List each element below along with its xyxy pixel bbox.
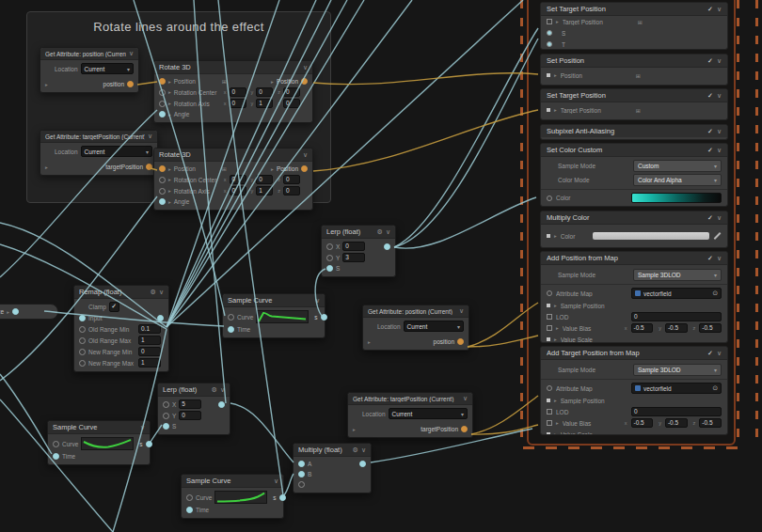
eyedropper-icon[interactable] bbox=[714, 232, 722, 240]
sample-mode-dropdown[interactable]: Sample 3DLOD ▾ bbox=[633, 364, 722, 376]
attribute-map-field[interactable]: vectorfield ⊙ bbox=[631, 288, 722, 299]
block-set-target-position-2[interactable]: Set Target Position ✓ ∨ ▸ Target Positio… bbox=[540, 88, 728, 120]
output-port[interactable] bbox=[279, 494, 286, 501]
rotation-center-y-field[interactable]: 0 bbox=[256, 87, 273, 97]
curve-input-port[interactable] bbox=[186, 494, 193, 501]
sample-position-port[interactable] bbox=[547, 399, 550, 402]
chevron-down-icon[interactable]: ∨ bbox=[129, 50, 134, 57]
chevron-down-icon[interactable]: ∨ bbox=[717, 255, 722, 262]
old-range-max-port[interactable] bbox=[79, 337, 86, 344]
node-rotate-3d-2[interactable]: Rotate 3D ∨ ▸ Position ⊞ ▸ Position ▸ Ro… bbox=[153, 148, 313, 211]
node-header[interactable]: Get Attribute: targetPosition (Current) … bbox=[348, 393, 472, 405]
output-port[interactable] bbox=[218, 401, 225, 408]
x-value-field[interactable]: 5 bbox=[179, 399, 201, 409]
block-set-target-position-1[interactable]: Set Target Position ✓ ∨ ▸ Target Positio… bbox=[540, 2, 728, 50]
sample-position-port[interactable] bbox=[547, 304, 550, 307]
value-bias-y-field[interactable]: -0.5 bbox=[665, 418, 688, 428]
value-scale-port[interactable] bbox=[547, 337, 550, 341]
value-bias-x-field[interactable]: -0.5 bbox=[631, 323, 654, 333]
rotation-axis-port[interactable] bbox=[159, 188, 166, 195]
node-header[interactable]: Rotate 3D ∨ bbox=[154, 149, 312, 162]
expand-icon[interactable]: ⊞ bbox=[222, 78, 227, 85]
rotation-axis-port[interactable] bbox=[159, 101, 166, 107]
sample-mode-dropdown[interactable]: Custom ▾ bbox=[633, 160, 722, 172]
enabled-checkbox[interactable]: ✓ bbox=[707, 6, 713, 13]
rotation-center-port[interactable] bbox=[159, 177, 166, 183]
object-picker-icon[interactable]: ⊙ bbox=[712, 289, 718, 297]
t-input-port[interactable] bbox=[547, 41, 552, 47]
block-header[interactable]: Multiply Color ✓ ∨ bbox=[541, 211, 727, 225]
output-port[interactable] bbox=[359, 461, 366, 467]
rotation-center-x-field[interactable]: 0 bbox=[230, 87, 246, 97]
time-input-port[interactable] bbox=[186, 507, 193, 513]
s-input-port[interactable] bbox=[326, 265, 333, 272]
curve-input-port[interactable] bbox=[53, 441, 59, 447]
output-port[interactable] bbox=[461, 426, 468, 432]
chevron-down-icon[interactable]: ∨ bbox=[717, 57, 722, 65]
node-get-attribute-position-1[interactable]: Get Attribute: position (Current) ∨ Loca… bbox=[40, 47, 139, 93]
output-port[interactable] bbox=[301, 78, 308, 85]
location-dropdown[interactable]: Current ▾ bbox=[81, 146, 152, 157]
time-input-port[interactable] bbox=[228, 326, 234, 333]
position-input-port[interactable] bbox=[159, 78, 166, 85]
time-input-port[interactable] bbox=[53, 453, 59, 460]
curve-preview[interactable] bbox=[256, 310, 309, 323]
node-header[interactable]: Sample Curve ∨ bbox=[48, 421, 150, 434]
enabled-checkbox[interactable]: ✓ bbox=[707, 92, 713, 100]
color-input-port[interactable] bbox=[547, 234, 550, 238]
enabled-checkbox[interactable]: ✓ bbox=[707, 214, 713, 222]
block-header[interactable]: Set Target Position ✓ ∨ bbox=[541, 3, 727, 16]
location-dropdown[interactable]: Current ▾ bbox=[389, 408, 468, 419]
block-header[interactable]: Add Position from Map ✓ ∨ bbox=[541, 252, 727, 265]
block-set-position[interactable]: Set Position ✓ ∨ ▸ Position ⊞ bbox=[540, 54, 728, 86]
node-lerp-float-2[interactable]: Lerp (float) ⚙ ∨ X 5 Y 0 S bbox=[157, 383, 230, 435]
y-input-port[interactable] bbox=[326, 255, 333, 261]
b-input-port[interactable] bbox=[298, 471, 305, 477]
output-port[interactable] bbox=[384, 243, 390, 250]
node-remap-float[interactable]: Remap (float) ⚙ ∨ Clamp ✓ Input Old Rang… bbox=[73, 285, 169, 372]
location-dropdown[interactable]: Current ▾ bbox=[81, 63, 134, 74]
chevron-down-icon[interactable]: ∨ bbox=[140, 424, 145, 431]
node-header[interactable]: Get Attribute: position (Current) ∨ bbox=[40, 48, 138, 60]
x-input-port[interactable] bbox=[326, 243, 333, 250]
lod-port[interactable] bbox=[547, 409, 552, 415]
expand-icon[interactable]: ⊞ bbox=[638, 19, 643, 25]
node-header[interactable]: Sample Curve ∨ bbox=[223, 294, 325, 307]
node-get-attribute-targetposition-1[interactable]: Get Attribute: targetPosition (Current) … bbox=[40, 130, 158, 176]
enabled-checkbox[interactable]: ✓ bbox=[707, 147, 713, 154]
value-bias-z-field[interactable]: -0.5 bbox=[699, 323, 722, 333]
node-sample-curve-2[interactable]: Sample Curve ∨ Curve s Time bbox=[47, 420, 151, 465]
rotation-center-port[interactable] bbox=[159, 89, 166, 96]
output-port[interactable] bbox=[301, 165, 308, 172]
value-bias-port[interactable] bbox=[547, 325, 552, 331]
node-header[interactable]: Multiply (float) ⚙ ∨ bbox=[294, 444, 371, 457]
node-header[interactable]: Lerp (float) ⚙ ∨ bbox=[158, 383, 230, 397]
chevron-down-icon[interactable]: ∨ bbox=[303, 64, 308, 71]
chevron-down-icon[interactable]: ∨ bbox=[717, 92, 722, 100]
port-icon[interactable] bbox=[547, 19, 552, 24]
node-header[interactable]: Rotate 3D ∨ bbox=[154, 61, 312, 74]
rotation-center-z-field[interactable]: 0 bbox=[283, 87, 300, 97]
output-port[interactable] bbox=[457, 338, 464, 345]
chevron-down-icon[interactable]: ∨ bbox=[717, 128, 722, 135]
value-bias-x-field[interactable]: -0.5 bbox=[631, 418, 654, 428]
old-range-min-field[interactable]: 0.1 bbox=[138, 324, 161, 334]
chevron-down-icon[interactable]: ∨ bbox=[717, 350, 722, 357]
gear-icon[interactable]: ⚙ bbox=[151, 289, 156, 296]
rotation-axis-z-field[interactable]: 0 bbox=[283, 186, 300, 196]
gear-icon[interactable]: ⚙ bbox=[353, 446, 358, 454]
object-picker-icon[interactable]: ⊙ bbox=[712, 384, 718, 392]
old-range-max-field[interactable]: 1 bbox=[138, 336, 161, 345]
node-sample-curve-1[interactable]: Sample Curve ∨ Curve s Time bbox=[222, 293, 325, 338]
node-rotate-3d-1[interactable]: Rotate 3D ∨ ▸ Position ⊞ ▸ Position ▸ Ro… bbox=[153, 60, 313, 123]
clamp-checkbox[interactable]: ✓ bbox=[109, 302, 119, 312]
curve-input-port[interactable] bbox=[228, 314, 234, 321]
node-header[interactable]: Remap (float) ⚙ ∨ bbox=[74, 286, 168, 299]
rotation-axis-y-field[interactable]: 1 bbox=[256, 99, 273, 108]
node-get-attribute-targetposition-2[interactable]: Get Attribute: targetPosition (Current) … bbox=[347, 392, 473, 438]
expand-icon[interactable]: ⊞ bbox=[222, 165, 227, 172]
position-input-port[interactable] bbox=[547, 73, 550, 77]
rotation-axis-x-field[interactable]: 0 bbox=[230, 99, 246, 108]
curve-preview[interactable] bbox=[214, 491, 267, 504]
s-input-port[interactable] bbox=[547, 30, 552, 36]
